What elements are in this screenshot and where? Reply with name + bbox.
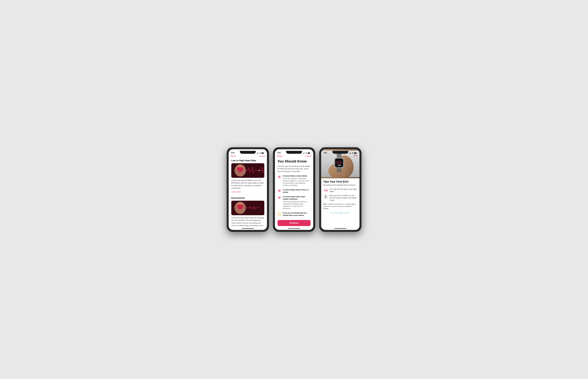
svg-rect-13 [304, 153, 304, 154]
note-text: Note: To take an accurate ECG, your Appl… [323, 203, 357, 210]
x-icon-2 [278, 196, 281, 200]
notch-3 [332, 151, 348, 154]
svg-rect-12 [304, 153, 304, 154]
home-indicator-3 [321, 227, 359, 230]
slashgear-text: SLASH GEAR [331, 212, 350, 214]
home-bar-1 [242, 228, 254, 229]
heart-rate-image [231, 163, 264, 178]
warning-title-0: It cannot detect a heart attack. [283, 175, 310, 177]
status-icons-3 [349, 152, 357, 154]
phone-1: 8:24 [227, 147, 269, 232]
battery-icon-3 [354, 152, 357, 154]
ecg-card: Take Your First ECG Recording an ECG typ… [321, 178, 359, 227]
battery-icon-2 [308, 152, 310, 154]
know-title: You Should Know [278, 159, 310, 163]
signal-icon-3 [349, 152, 351, 154]
instruction-item-0: First, open the ECG app on your Apple Wa… [323, 188, 357, 193]
heart-rate-illustration [231, 163, 264, 177]
svg-point-15 [306, 153, 306, 154]
status-time-1: 8:24 [231, 152, 234, 154]
status-time-2: 8:25 [278, 152, 281, 154]
svg-rect-39 [344, 161, 344, 164]
section2-description: An inconclusive result means the recordi… [231, 217, 264, 227]
warning-item-2: It cannot detect other heart-related con… [278, 195, 310, 210]
x-icon-0 [278, 175, 281, 179]
home-bar-3 [334, 228, 346, 229]
svg-rect-0 [257, 153, 257, 154]
slashgear-logo: SLASH GEAR [323, 211, 357, 215]
notch-2 [286, 151, 302, 154]
svg-rect-40 [337, 168, 341, 172]
warning-desc-0: If you ever experience chest pain, press… [283, 177, 310, 186]
svg-rect-44 [351, 152, 351, 154]
wifi-icon-3 [352, 152, 353, 154]
instruction-text-1: Rest your arms on a table or in your lap… [330, 194, 357, 202]
section1-description: A heart rate under 50 BPM or over 120 BP… [231, 179, 264, 190]
nav-bar-3: Skip [321, 154, 359, 158]
x-icon-1 [278, 189, 281, 193]
learn-more-1[interactable]: Learn more [231, 191, 264, 193]
warning-item-3: ! If you are not feeling well you should… [278, 212, 310, 217]
warning-item-1: It cannot detect blood clots or a stroke… [278, 189, 310, 193]
home-bar-2 [288, 228, 300, 229]
svg-point-54 [340, 213, 341, 213]
svg-rect-43 [350, 153, 351, 154]
warning-title-1: It cannot detect blood clots or a stroke… [283, 189, 310, 193]
warning-item-0: It cannot detect a heart attack. If you … [278, 175, 310, 186]
nav-back-2[interactable]: Back [277, 155, 283, 157]
status-time-3: 8:25 [324, 152, 327, 154]
divider-1 [231, 195, 264, 195]
back-chevron-icon-2 [277, 155, 278, 157]
nav-bar-1: Back Cancel [229, 155, 267, 158]
svg-rect-1 [257, 153, 258, 154]
digital-crown-icon [323, 194, 328, 199]
home-indicator-1 [229, 227, 267, 230]
warning-title-2: It cannot detect other heart-related con… [283, 195, 310, 200]
svg-point-52 [325, 196, 326, 197]
svg-rect-14 [304, 152, 305, 154]
instruction-text-0: First, open the ECG app on your Apple Wa… [330, 188, 357, 193]
slashgear-icon [340, 212, 342, 214]
note-content: To take an accurate ECG, your Apple Watc… [323, 203, 356, 209]
phone-2: 8:25 [273, 147, 315, 232]
svg-rect-3 [258, 152, 258, 154]
ecg-main-title: Take Your First ECG [323, 180, 357, 183]
nav-skip-3[interactable]: Skip [354, 154, 357, 156]
instruction-item-1: Rest your arms on a table or in your lap… [323, 194, 357, 202]
wifi-icon-2 [306, 152, 307, 154]
continue-button[interactable]: Continue [278, 220, 310, 226]
status-icons-2 [303, 152, 310, 154]
warning-desc-2: These include high blood pressure, conge… [283, 201, 310, 209]
nav-cancel-1[interactable]: Cancel [259, 155, 265, 157]
crown-svg [323, 194, 328, 199]
svg-rect-17 [308, 153, 310, 154]
signal-icon [257, 152, 259, 154]
svg-text:sec: sec [340, 165, 342, 166]
signal-icon-2 [303, 152, 305, 154]
know-description: The ECG app can check your heart rhythm … [278, 165, 310, 173]
svg-rect-11 [303, 153, 303, 154]
svg-text:!: ! [279, 213, 280, 215]
screen-content-2: You Should Know The ECG app can check yo… [275, 158, 313, 227]
phones-container: 8:24 [227, 147, 361, 232]
inconclusive-illustration [231, 201, 264, 215]
warning-title-3: If you are not feeling well you should t… [283, 212, 310, 217]
warning-circle-icon: ! [278, 212, 281, 216]
phone-3: 26 sec 8:25 [319, 147, 361, 232]
svg-point-8 [259, 170, 260, 171]
nav-cancel-2[interactable]: Cancel [305, 155, 311, 157]
wifi-icon [259, 152, 261, 154]
svg-rect-47 [354, 153, 356, 154]
note-bold: Note: [323, 203, 327, 205]
home-indicator-2 [275, 227, 313, 230]
section1-title: Low or High Heart Rate [231, 159, 264, 162]
battery-icon [262, 152, 264, 154]
nav-back-1[interactable]: Back [231, 155, 236, 157]
back-chevron-icon [231, 155, 232, 157]
svg-rect-5 [262, 153, 263, 154]
status-icons-1 [257, 152, 264, 154]
nav-bar-2: Back Cancel [275, 155, 313, 158]
svg-rect-2 [258, 153, 258, 154]
notch [240, 151, 256, 154]
screen-content-1: Low or High Heart Rate [229, 158, 267, 227]
